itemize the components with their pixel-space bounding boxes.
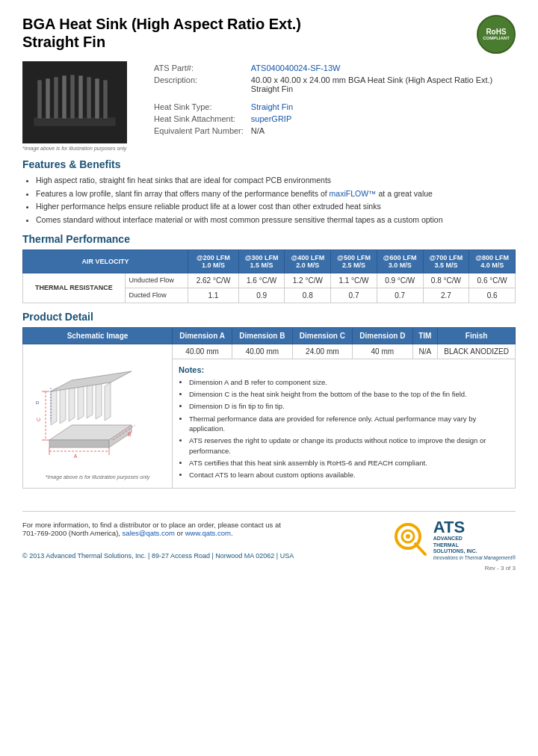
ducted-val-6: 0.6 [469,288,516,303]
page-header: BGA Heat Sink (High Aspect Ratio Ext.) S… [22,15,516,54]
thermal-header-400: @400 LFM2.0 M/S [285,250,331,273]
part-number-value: ATS040040024-SF-13W [248,63,514,73]
svg-line-35 [415,544,425,554]
note-item-1: Dimension A and B refer to component siz… [189,377,509,387]
thermal-header-200: @200 LFM1.0 M/S [188,250,239,273]
unducted-val-0: 2.62 °C/W [188,273,239,288]
heat-sink-type-link[interactable]: Straight Fin [251,102,293,111]
feature-item-2: Features a low profile, slant fin array … [36,188,516,199]
maxiflow-link[interactable]: maxiFLOW™ [330,189,377,198]
thermal-header-300: @300 LFM1.5 M/S [238,250,285,273]
product-image-caption: *Image above is for illustration purpose… [22,146,134,151]
footer-contact-text: For more information, to find a distribu… [22,521,294,537]
note-item-6: ATS certifies that this heat sink assemb… [189,458,509,468]
svg-marker-11 [49,440,109,447]
detail-dim-a-val: 40.00 mm [173,344,232,359]
unducted-val-4: 0.9 °C/W [377,273,423,288]
svg-text:D: D [36,400,40,405]
detail-dim-c-header: Dimension C [292,327,352,344]
svg-rect-6 [78,75,83,119]
footer-email[interactable]: sales@qats.com [123,529,175,537]
features-title: Features & Benefits [22,158,516,170]
note-item-7: Contact ATS to learn about custom option… [189,470,509,480]
detail-table: Schematic Image Dimension A Dimension B … [22,327,516,489]
notes-title: Notes: [179,365,509,374]
product-specs: ATS Part#: ATS040040024-SF-13W Descripti… [149,61,516,151]
detail-dim-d-val: 40 mm [353,344,412,359]
attachment-label: Heat Sink Attachment: [151,114,247,124]
ats-logo-text: ATS ADVANCEDTHERMALSOLUTIONS, INC. Innov… [433,519,516,560]
thermal-header-800: @800 LFM4.0 M/S [469,250,516,273]
heat-sink-type-label: Heat Sink Type: [151,102,247,112]
ducted-val-5: 2.7 [423,288,469,303]
svg-text:C: C [36,418,41,421]
unducted-val-3: 1.1 °C/W [331,273,377,288]
ducted-val-0: 1.1 [188,288,239,303]
detail-dim-b-header: Dimension B [232,327,292,344]
detail-dim-d-header: Dimension D [353,327,412,344]
product-detail-title: Product Detail [22,311,516,323]
rohs-badge: RoHS COMPLIANT [477,15,516,54]
svg-rect-1 [37,80,42,119]
title-block: BGA Heat Sink (High Aspect Ratio Ext.) S… [22,15,301,51]
note-item-5: ATS reserves the right to update or chan… [189,436,509,456]
feature-item-4: Comes standard without interface materia… [36,214,516,226]
thermal-resistance-label: THERMAL RESISTANCE [23,273,126,303]
part-number-label: ATS Part#: [151,63,247,73]
thermal-header-600: @600 LFM3.0 M/S [377,250,423,273]
attachment-link[interactable]: superGRIP [251,114,291,123]
svg-rect-7 [87,77,91,119]
svg-rect-2 [46,78,50,119]
svg-marker-14 [60,385,66,424]
svg-rect-8 [95,78,99,119]
ats-tagline: Innovations in Thermal Management® [433,555,516,560]
ducted-label: Ducted Flow [125,288,188,303]
footer-website[interactable]: www.qats.com [185,529,231,537]
thermal-title: Thermal Performance [22,233,516,245]
note-item-4: Thermal performance data are provided fo… [189,414,509,434]
unducted-val-2: 1.2 °C/W [285,273,331,288]
detail-dim-b-val: 40.00 mm [232,344,292,359]
ducted-val-4: 0.7 [377,288,423,303]
ats-logo: ATS ADVANCEDTHERMALSOLUTIONS, INC. Innov… [392,519,516,560]
svg-marker-15 [69,383,75,421]
note-item-2: Dimension C is the heat sink height from… [189,389,509,399]
detail-image-cell: C A B D *Image above is for illu [23,344,173,489]
part-number-link[interactable]: ATS040040024-SF-13W [251,63,341,72]
svg-text:A: A [73,453,77,459]
detail-tim-val: N/A [412,344,438,359]
feature-item-1: High aspect ratio, straight fin heat sin… [36,175,516,186]
svg-marker-18 [96,381,102,419]
feature-item-3: Higher performance helps ensure reliable… [36,201,516,212]
unducted-val-1: 1.6 °C/W [238,273,285,288]
ats-full-name: ADVANCEDTHERMALSOLUTIONS, INC. [433,536,516,554]
detail-finish-header: Finish [438,327,516,344]
detail-schematic-header: Schematic Image [23,327,173,344]
footer: For more information, to find a distribu… [22,511,516,571]
unducted-label: Unducted Flow [125,273,188,288]
footer-copyright: © 2013 Advanced Thermal Solutions, Inc. … [22,552,294,560]
product-info-section: *Image above is for illustration purpose… [22,61,516,151]
note-item-3: Dimension D is fin tip to fin tip. [189,401,509,411]
notes-list: Dimension A and B refer to component siz… [189,377,509,480]
specs-table: ATS Part#: ATS040040024-SF-13W Descripti… [149,61,516,137]
description-label: Description: [151,75,247,94]
footer-contact-block: For more information, to find a distribu… [22,521,294,560]
ducted-val-1: 0.9 [238,288,285,303]
page-number: Rev - 3 of 3 [22,565,516,571]
svg-rect-4 [62,75,67,119]
features-list: High aspect ratio, straight fin heat sin… [36,175,516,226]
thermal-table: AIR VELOCITY @200 LFM1.0 M/S @300 LFM1.5… [22,250,516,303]
description-value: 40.00 x 40.00 x 24.00 mm BGA Heat Sink (… [248,75,514,94]
footer-section: For more information, to find a distribu… [22,511,516,560]
thermal-header-700: @700 LFM3.5 M/S [423,250,469,273]
product-image [22,61,127,143]
thermal-header-velocity: AIR VELOCITY [23,250,188,273]
equiv-part-label: Equivalent Part Number: [151,126,247,136]
detail-tim-header: TIM [412,327,438,344]
detail-finish-val: BLACK ANODIZED [438,344,516,359]
detail-image-caption: *Image above is for illustration purpose… [29,474,166,480]
svg-marker-19 [105,382,111,421]
product-image-block: *Image above is for illustration purpose… [22,61,134,151]
notes-cell: Notes: Dimension A and B refer to compon… [173,359,516,489]
